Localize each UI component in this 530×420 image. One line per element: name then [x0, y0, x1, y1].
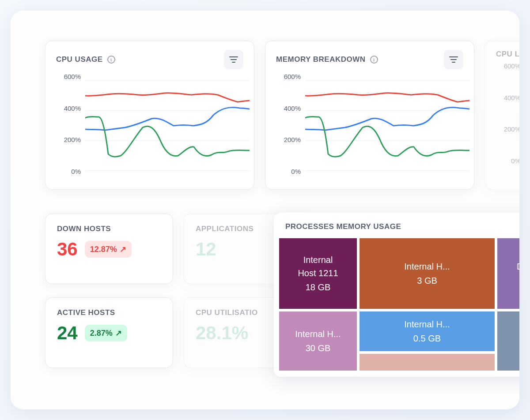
- treemap-tile[interactable]: [360, 354, 495, 371]
- treemap: Internal Host 1211 18 GB Internal H... 3…: [274, 238, 519, 371]
- line-chart: [305, 76, 469, 173]
- card-title: MEMORY BREAKDOWN: [276, 55, 366, 64]
- treemap-tile[interactable]: Internal H... 30 GB: [279, 311, 357, 371]
- info-icon[interactable]: i: [370, 56, 378, 64]
- card-active-hosts: ACTIVE HOSTS 24 2.87% ↗: [45, 297, 173, 368]
- card-title: CPU USAGE: [56, 55, 103, 64]
- y-axis-labels: 600% 400% 200% 0%: [496, 62, 519, 165]
- tile-name: Internal Host 1211: [298, 253, 338, 280]
- card-down-hosts: DOWN HOSTS 36 12.87% ↗: [45, 214, 173, 284]
- tile-name: Internal H...: [295, 327, 341, 341]
- filter-icon: [449, 56, 458, 63]
- tile-name: Internal H...: [404, 260, 450, 273]
- info-icon[interactable]: i: [107, 56, 115, 64]
- tile-name: Internal H...: [404, 318, 450, 331]
- stat-title: DOWN HOSTS: [45, 214, 173, 233]
- tile-value: 18 GB: [306, 281, 331, 294]
- tile-value: 0.5 GB: [413, 332, 441, 345]
- arrow-up-icon: ↗: [115, 328, 122, 338]
- tile-name: Dem: [517, 260, 519, 273]
- stat-value: 28.1%: [196, 322, 248, 344]
- line-chart: [85, 76, 250, 173]
- filter-icon: [229, 56, 238, 63]
- delta-value: 2.87%: [90, 329, 113, 338]
- delta-badge: 12.87% ↗: [85, 241, 132, 258]
- arrow-up-icon: ↗: [120, 244, 126, 254]
- card-cpu-load: CPU LOA 600% 400% 200% 0%: [485, 41, 519, 190]
- dashboard-stage: CPU USAGE i 600% 400% 200% 0%: [11, 11, 519, 409]
- treemap-tile[interactable]: [497, 311, 519, 371]
- treemap-tile[interactable]: Internal Host 1211 18 GB: [279, 238, 357, 309]
- filter-button[interactable]: [444, 50, 463, 69]
- stat-title: ACTIVE HOSTS: [45, 298, 173, 317]
- card-title: PROCESSES MEMORY USAGE: [274, 213, 519, 238]
- stat-value: 24: [57, 322, 78, 344]
- treemap-tile[interactable]: Dem 0.2: [497, 238, 519, 309]
- card-memory-breakdown: MEMORY BREAKDOWN i 600% 400% 200% 0%: [265, 41, 474, 190]
- stat-value: 36: [57, 239, 78, 260]
- card-title: CPU LOA: [496, 50, 519, 59]
- y-axis-labels: 600% 400% 200% 0%: [276, 73, 301, 175]
- card-processes-memory: PROCESSES MEMORY USAGE Internal Host 121…: [274, 213, 519, 377]
- card-cpu-usage: CPU USAGE i 600% 400% 200% 0%: [45, 41, 254, 190]
- filter-button[interactable]: [224, 50, 243, 69]
- delta-value: 12.87%: [90, 245, 117, 254]
- delta-badge: 2.87% ↗: [85, 325, 127, 341]
- stat-value: 12: [196, 239, 216, 260]
- treemap-tile[interactable]: Internal H... 0.5 GB: [360, 311, 495, 351]
- treemap-tile[interactable]: Internal H... 3 GB: [360, 238, 495, 309]
- tile-value: 30 GB: [306, 341, 331, 355]
- y-axis-labels: 600% 400% 200% 0%: [56, 73, 81, 175]
- tile-value: 3 GB: [417, 274, 437, 287]
